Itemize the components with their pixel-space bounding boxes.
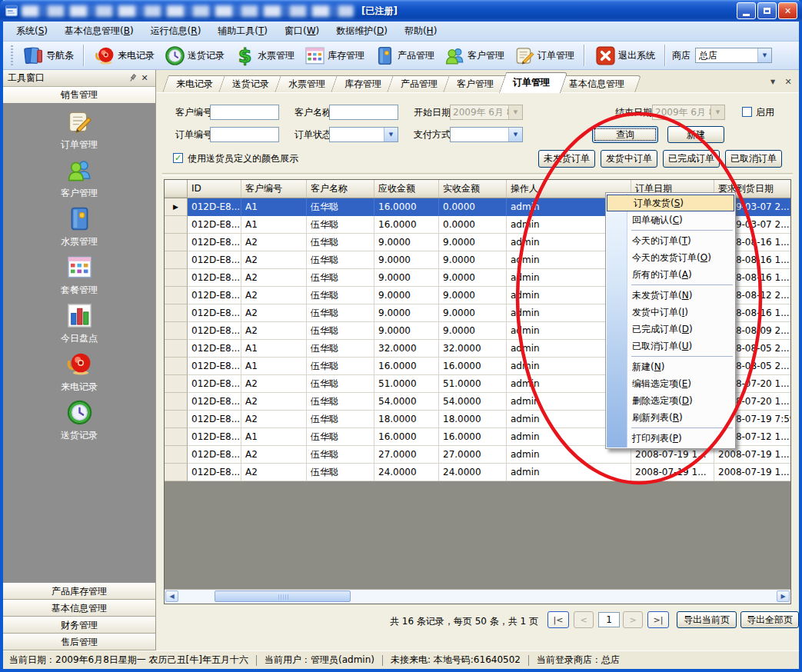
table-cell[interactable]: 伍华聪 bbox=[307, 375, 374, 393]
table-row[interactable]: 012D-E8...A2伍华聪24.000024.0000admin2008-0… bbox=[165, 464, 790, 481]
toolbar-button-people[interactable]: 客户管理 bbox=[440, 43, 508, 68]
table-cell[interactable]: 伍华聪 bbox=[307, 198, 374, 216]
menu-item[interactable]: 所有的订单(A) bbox=[606, 266, 735, 283]
status-filter-button-3[interactable]: 已取消订单 bbox=[725, 150, 782, 168]
tab-close-icon[interactable]: ✕ bbox=[782, 76, 794, 88]
table-cell[interactable]: 伍华聪 bbox=[307, 411, 374, 428]
sidebar-group-3[interactable]: 售后管理 bbox=[3, 634, 155, 650]
menubar-item[interactable]: 数据维护(D) bbox=[328, 22, 396, 41]
row-selector[interactable] bbox=[165, 375, 188, 393]
menu-item[interactable]: 已完成订单(D) bbox=[606, 321, 735, 338]
tab-库存管理[interactable]: 库存管理 bbox=[331, 75, 392, 93]
end-date-picker[interactable]: 2009年 6月 8日 ▼ bbox=[652, 105, 725, 120]
table-cell[interactable]: A2 bbox=[241, 464, 307, 481]
export-current-page-button[interactable]: 导出当前页 bbox=[677, 611, 737, 628]
table-cell[interactable]: 012D-E8... bbox=[188, 464, 241, 481]
menubar-item[interactable]: 系统(S) bbox=[8, 22, 56, 41]
table-cell[interactable]: 012D-E8... bbox=[188, 446, 241, 464]
create-button[interactable]: 新建 bbox=[667, 126, 724, 143]
pin-icon[interactable] bbox=[126, 72, 138, 85]
table-cell[interactable]: 012D-E8... bbox=[188, 358, 241, 375]
maximize-button[interactable] bbox=[757, 2, 777, 19]
sidebar-group-2[interactable]: 财务管理 bbox=[3, 617, 155, 634]
row-selector[interactable] bbox=[165, 216, 188, 234]
table-cell[interactable]: 012D-E8... bbox=[188, 198, 241, 216]
table-cell[interactable]: 伍华聪 bbox=[307, 269, 374, 287]
table-cell[interactable]: A2 bbox=[241, 304, 307, 322]
table-cell[interactable]: 9.0000 bbox=[439, 322, 507, 340]
sidebar-item-book-2[interactable]: 水票管理 bbox=[3, 205, 155, 251]
table-cell[interactable]: 伍华聪 bbox=[307, 340, 374, 358]
table-cell[interactable]: 9.0000 bbox=[439, 234, 507, 251]
table-cell[interactable]: 伍华聪 bbox=[307, 287, 374, 304]
table-cell[interactable]: 16.0000 bbox=[374, 198, 439, 216]
table-cell[interactable]: 9.0000 bbox=[374, 304, 439, 322]
table-cell[interactable]: 012D-E8... bbox=[188, 428, 241, 446]
table-cell[interactable]: 9.0000 bbox=[439, 269, 507, 287]
table-cell[interactable]: 9.0000 bbox=[374, 287, 439, 304]
menubar-item[interactable]: 基本信息管理(B) bbox=[56, 22, 142, 41]
column-header-ID[interactable]: ID bbox=[188, 180, 241, 198]
table-cell[interactable]: A2 bbox=[241, 287, 307, 304]
sidebar-item-scroll-0[interactable]: 订单管理 bbox=[3, 108, 155, 154]
table-cell[interactable]: 伍华聪 bbox=[307, 446, 374, 464]
table-cell[interactable]: A2 bbox=[241, 269, 307, 287]
table-cell[interactable]: A1 bbox=[241, 198, 307, 216]
table-cell[interactable]: 51.0000 bbox=[374, 375, 439, 393]
menu-item[interactable]: 删除选定项(D) bbox=[606, 392, 735, 409]
menu-item[interactable]: 未发货订单(N) bbox=[606, 287, 735, 304]
prev-page-button[interactable]: < bbox=[574, 611, 594, 628]
menu-item[interactable]: 打印列表(P) bbox=[606, 430, 735, 447]
table-cell[interactable]: A1 bbox=[241, 216, 307, 234]
menubar-item[interactable]: 帮助(H) bbox=[396, 22, 445, 41]
status-filter-button-0[interactable]: 未发货订单 bbox=[538, 150, 595, 168]
enable-checkbox[interactable] bbox=[742, 107, 752, 117]
toolbar-button-grid[interactable]: 库存管理 bbox=[300, 43, 368, 68]
menu-item[interactable]: 订单发货(S) bbox=[607, 195, 734, 211]
table-cell[interactable]: 32.0000 bbox=[374, 340, 439, 358]
tab-dropdown-icon[interactable]: ▼ bbox=[767, 76, 779, 88]
table-cell[interactable]: 9.0000 bbox=[439, 304, 507, 322]
table-cell[interactable]: 0.0000 bbox=[439, 216, 507, 234]
sidebar-item-grid-3[interactable]: 套餐管理 bbox=[3, 253, 155, 299]
menubar-item[interactable]: 窗口(W) bbox=[276, 22, 328, 41]
sidebar-item-clock-6[interactable]: 送货记录 bbox=[3, 398, 155, 444]
status-filter-button-1[interactable]: 发货中订单 bbox=[601, 150, 657, 168]
customer-name-input[interactable] bbox=[329, 105, 398, 120]
sidebar-close-icon[interactable]: ✕ bbox=[138, 72, 151, 85]
close-button[interactable]: ✕ bbox=[778, 2, 797, 19]
table-cell[interactable]: 24.0000 bbox=[374, 464, 439, 481]
tab-产品管理[interactable]: 产品管理 bbox=[387, 75, 448, 93]
menu-item[interactable]: 刷新列表(R) bbox=[606, 409, 735, 426]
table-cell[interactable]: 16.0000 bbox=[374, 358, 439, 375]
table-cell[interactable]: 伍华聪 bbox=[307, 251, 374, 269]
table-cell[interactable]: 2008-07-19 1... bbox=[631, 464, 714, 481]
table-cell[interactable]: 012D-E8... bbox=[188, 304, 241, 322]
sidebar-group-0[interactable]: 产品库存管理 bbox=[3, 583, 155, 600]
menu-item[interactable]: 今天的发货订单(O) bbox=[606, 249, 735, 266]
table-cell[interactable]: 2008-07-19 1... bbox=[714, 464, 791, 481]
table-cell[interactable]: 9.0000 bbox=[374, 251, 439, 269]
horizontal-scrollbar[interactable]: ◀▶ bbox=[165, 589, 790, 604]
sidebar-item-bell-5[interactable]: 来电记录 bbox=[3, 350, 155, 396]
menu-item[interactable]: 新建(N) bbox=[606, 358, 735, 375]
toolbar-button-exit[interactable]: 退出系统 bbox=[591, 43, 659, 68]
row-selector[interactable] bbox=[165, 322, 188, 340]
row-selector[interactable] bbox=[165, 358, 188, 375]
tab-基本信息管理[interactable]: 基本信息管理 bbox=[555, 75, 635, 93]
table-cell[interactable]: 16.0000 bbox=[374, 216, 439, 234]
menu-item[interactable]: 回单确认(C) bbox=[606, 211, 735, 228]
tab-送货记录[interactable]: 送货记录 bbox=[218, 75, 280, 93]
toolbar-button-dollar[interactable]: $水票管理 bbox=[230, 43, 298, 68]
table-cell[interactable]: 012D-E8... bbox=[188, 340, 241, 358]
toolbar-button-bell[interactable]: 来电记录 bbox=[90, 43, 158, 68]
table-cell[interactable]: A1 bbox=[241, 428, 307, 446]
row-selector[interactable] bbox=[165, 304, 188, 322]
menu-item[interactable]: 发货中订单(I) bbox=[606, 304, 735, 321]
row-selector[interactable] bbox=[165, 251, 188, 269]
table-cell[interactable]: 54.0000 bbox=[439, 393, 507, 411]
table-cell[interactable]: A2 bbox=[241, 446, 307, 464]
export-all-pages-button[interactable]: 导出全部页 bbox=[740, 611, 799, 628]
table-cell[interactable]: 24.0000 bbox=[439, 464, 507, 481]
menu-item[interactable]: 已取消订单(U) bbox=[606, 338, 735, 354]
